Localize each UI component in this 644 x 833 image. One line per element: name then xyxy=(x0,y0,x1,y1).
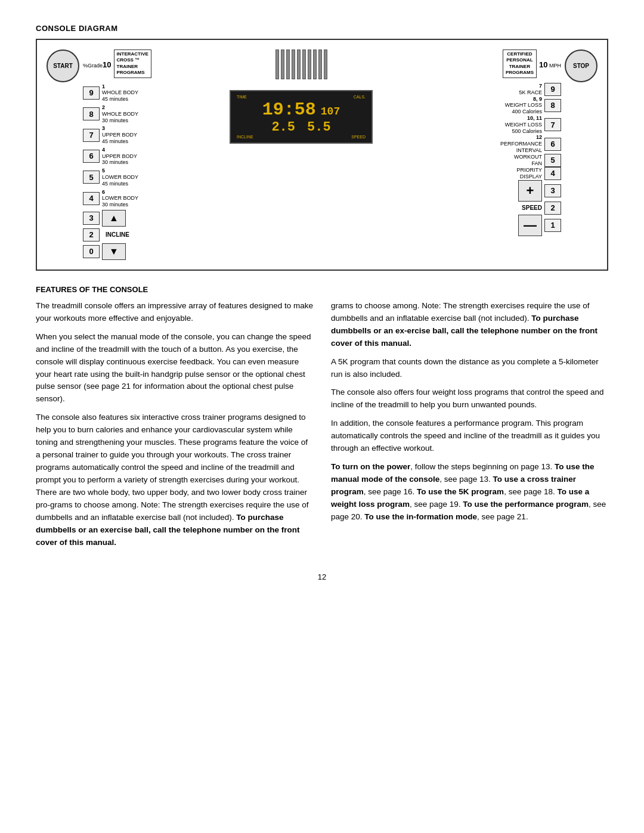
left-prog-btn-4[interactable]: 4 xyxy=(83,192,100,205)
right-prog-btn-9[interactable]: 9 xyxy=(544,83,561,96)
vbar4 xyxy=(292,49,295,79)
right-para-2: A 5K program that counts down the distan… xyxy=(331,356,608,381)
right-para-5: To turn on the power, follow the steps b… xyxy=(331,461,608,524)
display-top-row: 19:58 107 xyxy=(262,100,340,120)
page: CONSOLE DIAGRAM START %Grade10 INTERACTI… xyxy=(0,0,644,605)
left-prog-btn-7[interactable]: 7 xyxy=(83,129,100,142)
vbar10 xyxy=(324,49,327,79)
features-section: FEATURES OF THE CONSOLE The treadmill co… xyxy=(36,285,608,555)
speed-label: SPEED xyxy=(482,205,542,212)
right-prog-row-8: 8 8, 9WEIGHT LOSS400 Calories xyxy=(482,96,561,115)
right-para-5-bold-4: To use the 5K program xyxy=(417,487,504,496)
vbar1 xyxy=(275,49,279,79)
right-prog-label-4: PRIORITYDISPLAY xyxy=(482,167,542,180)
console-diagram-section: CONSOLE DIAGRAM START %Grade10 INTERACTI… xyxy=(36,24,608,271)
right-prog-btn-7[interactable]: 7 xyxy=(544,118,561,131)
speed-minus-button[interactable]: — xyxy=(518,215,542,236)
two-col-text: The treadmill console offers an impressi… xyxy=(36,300,608,555)
left-prog-row-2: 2 INCLINE xyxy=(83,228,160,241)
right-header-row: CERTIFIEDPERSONALTRAINERPROGRAMS 10 MPH xyxy=(503,49,561,80)
vbar3 xyxy=(286,49,290,79)
left-prog-btn-6[interactable]: 6 xyxy=(83,150,100,163)
vbar6 xyxy=(302,49,306,79)
vbar8 xyxy=(313,49,317,79)
left-para-3: The console also features six interactiv… xyxy=(36,411,313,549)
mph-display: 10 MPH xyxy=(539,60,561,69)
left-para-1: The treadmill console offers an impressi… xyxy=(36,300,313,325)
right-prog-row-9: 9 75K RACE xyxy=(482,83,561,96)
left-prog-btn-9[interactable]: 9 xyxy=(83,86,100,100)
right-prog-btn-6[interactable]: 6 xyxy=(544,138,561,151)
display-screen: TIME CALS. 19:58 107 2.5 5.5 INCLINE SPE… xyxy=(230,90,373,144)
time-label: TIME xyxy=(237,95,247,99)
text-col-right: grams to choose among. Note: The strengt… xyxy=(331,300,608,555)
display-speed: 5.5 xyxy=(307,120,331,135)
left-prog-row-5: 5 5LOWER BODY45 minutes xyxy=(83,168,160,187)
speed-plus-button[interactable]: + xyxy=(518,180,542,202)
right-para-4: In addition, the console features a perf… xyxy=(331,417,608,455)
incline-label: INCLINE xyxy=(106,231,129,238)
right-prog-btn-4[interactable]: 4 xyxy=(544,167,561,180)
right-prog-label-5: WORKOUTFAN xyxy=(482,154,542,167)
right-prog-btn-5[interactable]: 5 xyxy=(544,154,561,167)
right-prog-row-4: 4 PRIORITYDISPLAY xyxy=(482,167,561,180)
display-bottom-row: 2.5 5.5 xyxy=(271,120,330,135)
cross-trainer-header: INTERACTIVE CROSS ™ TRAINER PROGRAMS xyxy=(114,49,151,78)
incline-sublabel: INCLINE xyxy=(237,135,253,139)
vbar9 xyxy=(318,49,322,79)
right-prog-btn-1[interactable]: 1 xyxy=(544,219,561,232)
display-cals: 107 xyxy=(321,106,340,117)
grade-label: %Grade10 xyxy=(83,60,112,69)
right-prog-row-7: 7 10, 11WEIGHT LOSS500 Calories xyxy=(482,115,561,134)
text-col-left: The treadmill console offers an impressi… xyxy=(36,300,313,555)
vbar2 xyxy=(281,49,284,79)
start-button[interactable]: START xyxy=(47,49,79,82)
left-prog-btn-0[interactable]: 0 xyxy=(83,245,100,258)
left-prog-label-5: 5LOWER BODY45 minutes xyxy=(102,168,144,187)
right-prog-label-6: 12PERFORMANCEINTERVAL xyxy=(482,134,542,153)
left-prog-btn-5[interactable]: 5 xyxy=(83,171,100,184)
left-prog-label-8: 2WHOLE BODY30 minutes xyxy=(102,104,144,123)
left-para-3-bold: To purchase dumbbells or an exercise bal… xyxy=(36,513,300,547)
right-prog-label-9: 75K RACE xyxy=(482,83,542,96)
personal-trainer-header: CERTIFIEDPERSONALTRAINERPROGRAMS xyxy=(503,49,537,78)
left-prog-row-7: 7 3UPPER BODY45 minutes xyxy=(83,125,160,144)
right-para-1-bold: To purchase dumbbells or an ex-ercise ba… xyxy=(331,314,597,348)
left-prog-row-4: 4 6LOWER BODY30 minutes xyxy=(83,189,160,208)
left-prog-row-9: 9 1WHOLE BODY45 minutes xyxy=(83,83,160,103)
stop-button[interactable]: STOP xyxy=(565,49,597,82)
right-prog-row-3-plus: 3 + xyxy=(518,180,561,202)
console-diagram-title: CONSOLE DIAGRAM xyxy=(36,24,608,33)
left-prog-row-0: 0 ▼ xyxy=(83,243,160,260)
center-col: TIME CALS. 19:58 107 2.5 5.5 INCLINE SPE… xyxy=(160,49,442,150)
left-programs-col: %Grade10 INTERACTIVE CROSS ™ TRAINER PRO… xyxy=(83,49,160,260)
left-prog-label-4: 6LOWER BODY30 minutes xyxy=(102,189,144,208)
incline-up-button[interactable]: ▲ xyxy=(102,210,126,227)
right-prog-row-1-minus: 1 — xyxy=(518,215,561,236)
left-prog-btn-3[interactable]: 3 xyxy=(83,212,100,225)
right-prog-btn-2[interactable]: 2 xyxy=(544,202,561,215)
right-prog-label-8: 8, 9WEIGHT LOSS400 Calories xyxy=(482,96,542,115)
left-prog-row-6: 6 4UPPER BODY30 minutes xyxy=(83,147,160,166)
left-prog-label-7: 3UPPER BODY45 minutes xyxy=(102,125,144,144)
right-prog-row-5: 5 WORKOUTFAN xyxy=(482,154,561,167)
right-prog-row-2-speed: 2 SPEED xyxy=(482,202,561,215)
incline-down-button[interactable]: ▼ xyxy=(102,243,126,260)
right-para-3: The console also offers four weight loss… xyxy=(331,386,608,411)
right-para-5-bold-1: To turn on the power xyxy=(331,462,410,471)
page-number: 12 xyxy=(36,572,608,581)
left-prog-btn-8[interactable]: 8 xyxy=(83,107,100,120)
left-para-2: When you select the manual mode of the c… xyxy=(36,331,313,406)
features-title: FEATURES OF THE CONSOLE xyxy=(36,285,608,294)
left-prog-row-3: 3 ▲ xyxy=(83,210,160,227)
vbar7 xyxy=(308,49,311,79)
right-prog-btn-3[interactable]: 3 xyxy=(544,184,561,197)
diagram-layout: START %Grade10 INTERACTIVE CROSS ™ TRAIN… xyxy=(47,49,597,260)
right-para-5-bold-6: To use the performance program xyxy=(463,500,589,509)
right-programs-col: CERTIFIEDPERSONALTRAINERPROGRAMS 10 MPH … xyxy=(442,49,561,236)
vertical-bars xyxy=(275,49,327,79)
left-prog-row-8: 8 2WHOLE BODY30 minutes xyxy=(83,104,160,123)
right-prog-btn-8[interactable]: 8 xyxy=(544,99,561,112)
left-prog-btn-2[interactable]: 2 xyxy=(83,228,100,241)
left-prog-label-6: 4UPPER BODY30 minutes xyxy=(102,147,144,166)
